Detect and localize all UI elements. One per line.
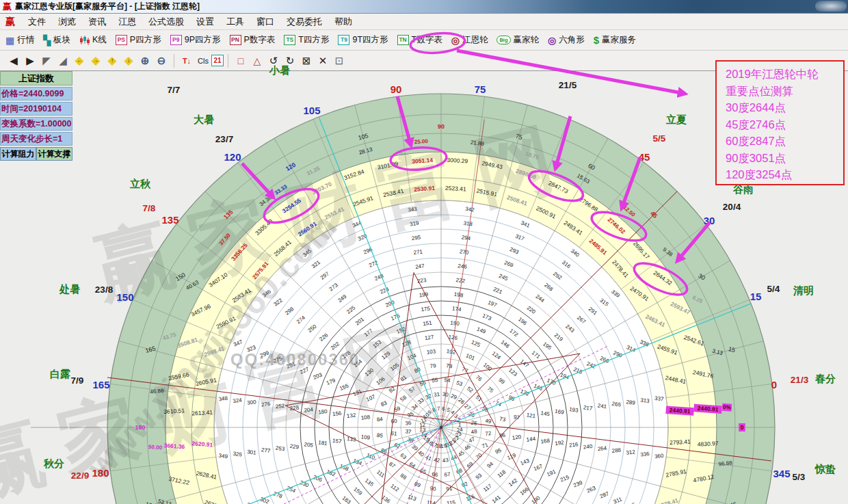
toolbar-9p-square[interactable]: P99P四方形	[170, 34, 221, 46]
svg-text:199: 199	[419, 291, 429, 299]
crosshair-icon[interactable]: ✕	[315, 53, 331, 68]
shift-right-arrow: →	[93, 57, 98, 64]
menu-浏览[interactable]: 浏览	[52, 14, 82, 29]
menu-工具[interactable]: 工具	[220, 14, 250, 29]
toolbar-9t-square[interactable]: T99T四方形	[338, 34, 388, 46]
page-left-icon[interactable]: ◀	[5, 53, 22, 68]
menu-logo-icon: 赢	[5, 16, 15, 28]
shift-left-icon[interactable]: ◆←	[71, 53, 88, 68]
rotate-ccw-icon[interactable]: ↺	[265, 53, 282, 68]
svg-text:60: 60	[390, 418, 398, 425]
svg-text:24: 24	[456, 426, 464, 433]
calc-panel: 上证指数 价格=2440.9099 时间=20190104 变换系数=1.000…	[0, 71, 72, 161]
shift-right-icon[interactable]: ◆→	[88, 53, 104, 68]
menu-江恩[interactable]: 江恩	[112, 14, 142, 29]
svg-text:265: 265	[611, 401, 622, 408]
menu-公式选股[interactable]: 公式选股	[142, 14, 190, 29]
app-logo-icon: 赢	[3, 1, 12, 13]
panel-step: 周天变化步长=1	[0, 132, 72, 146]
svg-text:90: 90	[438, 123, 445, 130]
toolbar-gann-wheel[interactable]: ◎江恩轮	[451, 34, 488, 46]
gann-wheel-icon: ◎	[451, 35, 460, 46]
callout-line: 重要点位测算	[726, 83, 843, 100]
toolbar-separator	[228, 54, 228, 68]
9t-square-label: 9T四方形	[352, 34, 388, 46]
zoom-out-icon[interactable]: ⊖	[153, 53, 170, 68]
svg-text:114: 114	[427, 499, 436, 504]
calendar-icon[interactable]: 21	[211, 55, 224, 66]
zoom-in-icon[interactable]: ⊕	[137, 53, 153, 68]
menu-窗口[interactable]: 窗口	[250, 14, 280, 29]
svg-text:150: 150	[450, 319, 460, 327]
svg-text:168: 168	[540, 438, 551, 445]
svg-text:253: 253	[275, 445, 285, 453]
toolbar-kline[interactable]: K线	[79, 34, 107, 46]
cls-icon[interactable]: Cls	[195, 53, 211, 68]
t-square-icon: TS	[284, 35, 295, 45]
svg-text:145: 145	[540, 410, 551, 418]
kline-icon	[79, 36, 90, 45]
toolbar-sectors[interactable]: ▚板块	[43, 34, 70, 46]
t-down-icon[interactable]: T↓	[178, 53, 195, 68]
winner-service-label: 赢家服务	[602, 34, 636, 46]
svg-text:109: 109	[360, 434, 371, 441]
svg-text:247: 247	[415, 263, 425, 270]
svg-text:0: 0	[740, 424, 743, 431]
svg-text:288: 288	[611, 447, 622, 454]
9p-square-icon: P9	[170, 35, 182, 45]
callout-line: 90度3051点	[726, 150, 843, 167]
shift-left-arrow: ←	[77, 57, 82, 64]
toolbar-t-table[interactable]: TNT数字表	[397, 34, 442, 46]
toolbar-hexagon[interactable]: ◎六角形	[548, 34, 585, 46]
svg-text:50.00: 50.00	[148, 444, 163, 451]
rotate-cw-icon[interactable]: ↻	[282, 53, 298, 68]
svg-text:72: 72	[485, 430, 492, 437]
svg-text:217: 217	[583, 404, 593, 412]
shift-up-icon[interactable]: ◆↑	[104, 53, 120, 68]
winner-service-icon: $	[594, 34, 599, 46]
svg-text:85: 85	[376, 432, 384, 439]
calc-resistance-button[interactable]: 计算阻力	[0, 147, 36, 161]
svg-text:277: 277	[261, 447, 271, 454]
hexagon-icon: ◎	[548, 35, 556, 46]
draw-square-icon[interactable]: □	[233, 53, 249, 68]
svg-text:67: 67	[444, 471, 451, 478]
toolbar-p-table[interactable]: PNP数字表	[230, 34, 276, 46]
menu-交易委托[interactable]: 交易委托	[280, 14, 328, 29]
page-right-icon[interactable]: ▶	[22, 53, 38, 68]
panel-scale: 变换系数=1.00000	[0, 117, 72, 131]
toolbar-winner-wheel[interactable]: Big赢家轮	[496, 34, 539, 46]
shift-down-icon[interactable]: ◆↓	[120, 53, 137, 68]
svg-text:48: 48	[471, 428, 478, 435]
svg-text:3000.29: 3000.29	[447, 157, 468, 165]
svg-text:115: 115	[447, 499, 456, 504]
draw-triangle-icon[interactable]: △	[249, 53, 265, 68]
delete-box-icon[interactable]: ⊠	[298, 53, 315, 68]
svg-text:313: 313	[640, 397, 650, 404]
p-table-label: P数字表	[244, 34, 276, 46]
callout-line: 120度3254点	[726, 166, 843, 183]
svg-text:222: 222	[455, 277, 466, 284]
hexagon-label: 六角形	[559, 34, 585, 46]
toolbar-t-square[interactable]: TST四方形	[284, 34, 329, 46]
t-square-label: T四方形	[298, 34, 329, 46]
toolbar-quotes[interactable]: ▦行情	[5, 34, 34, 46]
svg-text:181: 181	[318, 439, 328, 447]
menu-资讯[interactable]: 资讯	[82, 14, 112, 29]
t-table-label: T数字表	[412, 34, 442, 46]
menu-帮助[interactable]: 帮助	[328, 14, 358, 29]
toolbar-p-square[interactable]: PSP四方形	[116, 34, 161, 46]
svg-text:120: 120	[512, 434, 522, 441]
menu-文件[interactable]: 文件	[22, 14, 52, 29]
pan-up-left-icon[interactable]: ◤	[38, 53, 55, 68]
callout-line: 30度2644点	[726, 99, 843, 116]
toolbar-winner-service[interactable]: $赢家服务	[594, 34, 636, 46]
panel-date: 时间=20190104	[0, 102, 72, 116]
svg-text:264: 264	[597, 445, 607, 453]
screen-icon[interactable]: ⊡	[331, 53, 347, 68]
pan-down-right-icon[interactable]: ◢	[55, 53, 71, 68]
svg-text:2613.41: 2613.41	[191, 409, 213, 417]
menu-设置[interactable]: 设置	[190, 14, 220, 29]
svg-text:169: 169	[555, 408, 565, 416]
calc-support-button[interactable]: 计算支撑	[36, 147, 72, 161]
